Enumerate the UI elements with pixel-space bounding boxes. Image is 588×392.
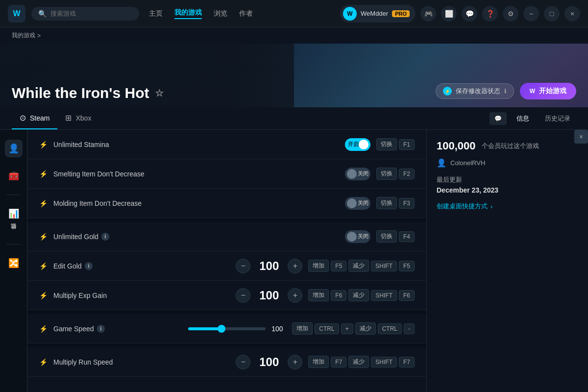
key-action-smelting[interactable]: 切换 bbox=[376, 168, 397, 180]
sidebar-item-stats[interactable]: 📊 bbox=[5, 205, 23, 222]
tab-xbox[interactable]: ⊞ Xbox bbox=[57, 107, 99, 129]
key-inc-mod-speed[interactable]: CTRL bbox=[315, 323, 339, 334]
nav-browse[interactable]: 浏览 bbox=[214, 9, 227, 18]
key-action-molding[interactable]: 切换 bbox=[376, 197, 397, 209]
favorite-star-icon[interactable]: ☆ bbox=[155, 87, 164, 99]
toggle-molding[interactable]: 关闭 bbox=[345, 197, 370, 210]
sidebar-divider bbox=[6, 195, 21, 195]
key-action-gold[interactable]: 切换 bbox=[376, 230, 397, 243]
dec-btn-exp[interactable]: − bbox=[236, 288, 250, 303]
tab-info[interactable]: 信息 bbox=[511, 110, 535, 127]
key-dec-val-exp[interactable]: F6 bbox=[399, 290, 415, 301]
discord-icon-btn[interactable]: 💬 bbox=[462, 6, 477, 22]
key-dec-speed[interactable]: 减少 bbox=[355, 322, 376, 335]
key-inc-run-speed[interactable]: 增加 bbox=[308, 356, 329, 368]
tab-steam[interactable]: ⊙ Steam bbox=[12, 107, 57, 129]
start-game-button[interactable]: W 开始游戏 bbox=[520, 83, 576, 99]
key-inc-sym-speed[interactable]: + bbox=[341, 323, 353, 334]
toggle-stamina[interactable]: 开启 bbox=[345, 138, 370, 151]
minimize-btn[interactable]: − bbox=[523, 6, 539, 22]
section-gap-2 bbox=[27, 310, 426, 314]
info-icon-speed[interactable]: ℹ bbox=[97, 325, 105, 333]
search-box[interactable]: 🔍 bbox=[31, 7, 139, 21]
key-dec-sym-speed[interactable]: - bbox=[404, 323, 415, 334]
sidebar-item-user[interactable]: 👤 bbox=[5, 140, 23, 157]
info-icon-gold[interactable]: ℹ bbox=[101, 233, 109, 241]
cheat-name-smelting: Smelting Item Don't Decrease bbox=[53, 170, 339, 178]
toggle-gold[interactable]: 关闭 bbox=[345, 230, 370, 243]
key-action-stamina[interactable]: 切换 bbox=[376, 138, 397, 150]
slider-value-speed: 100 bbox=[271, 325, 286, 333]
slider-game-speed[interactable]: 100 bbox=[188, 325, 286, 333]
breadcrumb-separator: > bbox=[37, 32, 41, 39]
cheat-name-exp: Multiply Exp Gain bbox=[53, 292, 230, 299]
num-control-run-speed: − 100 + bbox=[236, 355, 302, 369]
sidebar-item-tools[interactable]: 🧰 bbox=[5, 167, 23, 185]
xbox-label: Xbox bbox=[75, 114, 91, 122]
cheat-row-edit-gold: ⚡ Edit Gold ℹ − 100 + 增加 F5 减少 SHIFT F5 bbox=[27, 251, 426, 281]
key-val-stamina[interactable]: F1 bbox=[399, 139, 415, 150]
inc-btn-run-speed[interactable]: + bbox=[288, 355, 302, 369]
user-badge[interactable]: W WeMdder PRO bbox=[340, 5, 416, 23]
key-val-gold[interactable]: F4 bbox=[399, 231, 415, 242]
save-status-label: 保存修改器状态 bbox=[456, 87, 500, 96]
nav-home[interactable]: 主页 bbox=[149, 9, 163, 18]
key-dec-edit-gold[interactable]: 减少 bbox=[348, 260, 369, 272]
tab-history[interactable]: 历史记录 bbox=[539, 110, 576, 127]
controller-icon-btn[interactable]: 🎮 bbox=[420, 6, 436, 22]
key-dec-mod-run-speed[interactable]: SHIFT bbox=[371, 357, 397, 368]
key-dec-mod-edit-gold[interactable]: SHIFT bbox=[371, 261, 397, 271]
close-btn[interactable]: × bbox=[564, 6, 580, 22]
nav-right: W WeMdder PRO 🎮 ⬜ 💬 ❓ ⚙ − □ × bbox=[340, 5, 580, 23]
lightning-icon-edit-gold: ⚡ bbox=[39, 262, 48, 270]
history-label: 历史记录 bbox=[545, 114, 570, 123]
num-control-edit-gold: − 100 + bbox=[236, 259, 302, 273]
key-inc-exp[interactable]: 增加 bbox=[308, 289, 329, 301]
stat-count: 100,000 bbox=[437, 140, 476, 152]
close-info-panel-btn[interactable]: × bbox=[574, 130, 588, 144]
nav-author[interactable]: 作者 bbox=[239, 9, 253, 18]
inc-btn-exp[interactable]: + bbox=[288, 288, 302, 303]
dec-btn-edit-gold[interactable]: − bbox=[236, 259, 250, 273]
sidebar-item-shuffle[interactable]: 🔀 bbox=[5, 254, 23, 272]
num-value-exp: 100 bbox=[254, 289, 284, 302]
key-dec-mod-speed[interactable]: CTRL bbox=[378, 323, 402, 334]
status-dot: ⚡ bbox=[443, 87, 452, 96]
breadcrumb-parent[interactable]: 我的游戏 bbox=[12, 31, 35, 40]
key-badge-exp: 增加 F6 减少 SHIFT F6 bbox=[308, 289, 415, 301]
dec-btn-run-speed[interactable]: − bbox=[236, 355, 250, 369]
key-inc-val-exp[interactable]: F6 bbox=[331, 290, 346, 301]
num-value-edit-gold: 100 bbox=[254, 259, 284, 273]
settings-icon-btn[interactable]: ⚙ bbox=[503, 6, 518, 22]
app-logo[interactable]: W bbox=[8, 5, 25, 23]
toggle-label-stamina: 开启 bbox=[348, 141, 359, 148]
create-shortcut-link[interactable]: 创建桌面快捷方式 › bbox=[437, 202, 578, 211]
breadcrumb: 我的游戏 > bbox=[0, 27, 588, 44]
window-icon-btn[interactable]: ⬜ bbox=[441, 6, 457, 22]
search-input[interactable] bbox=[50, 10, 129, 17]
inc-btn-edit-gold[interactable]: + bbox=[288, 259, 302, 273]
help-icon-btn[interactable]: ❓ bbox=[482, 6, 498, 22]
maximize-btn[interactable]: □ bbox=[544, 6, 560, 22]
key-val-molding[interactable]: F3 bbox=[399, 198, 415, 209]
info-icon-edit-gold[interactable]: ℹ bbox=[85, 262, 93, 270]
chat-icon-btn[interactable]: 💬 bbox=[490, 112, 507, 125]
key-dec-val-run-speed[interactable]: F7 bbox=[399, 357, 415, 368]
key-dec-run-speed[interactable]: 减少 bbox=[348, 356, 369, 368]
key-dec-val-edit-gold[interactable]: F5 bbox=[399, 261, 415, 271]
key-inc-edit-gold[interactable]: 增加 bbox=[308, 260, 329, 272]
key-inc-val-edit-gold[interactable]: F5 bbox=[331, 261, 346, 271]
stat-label: 个会员玩过这个游戏 bbox=[482, 142, 539, 150]
key-inc-val-run-speed[interactable]: F7 bbox=[331, 357, 346, 368]
save-status-button[interactable]: ⚡ 保存修改器状态 ℹ bbox=[436, 83, 514, 99]
toggle-smelting[interactable]: 关闭 bbox=[345, 168, 370, 180]
slider-thumb-speed[interactable] bbox=[218, 325, 225, 333]
key-val-smelting[interactable]: F2 bbox=[399, 169, 415, 179]
nav-mygames[interactable]: 我的游戏 bbox=[174, 8, 202, 19]
key-inc-speed[interactable]: 增加 bbox=[292, 322, 313, 335]
info-user: 👤 ColonelRVH bbox=[437, 158, 578, 168]
key-dec-exp[interactable]: 减少 bbox=[348, 289, 369, 301]
cheat-row-exp: ⚡ Multiply Exp Gain − 100 + 增加 F6 减少 SHI… bbox=[27, 281, 426, 310]
info-stat: 100,000 个会员玩过这个游戏 bbox=[437, 140, 578, 152]
key-dec-mod-exp[interactable]: SHIFT bbox=[371, 290, 397, 301]
